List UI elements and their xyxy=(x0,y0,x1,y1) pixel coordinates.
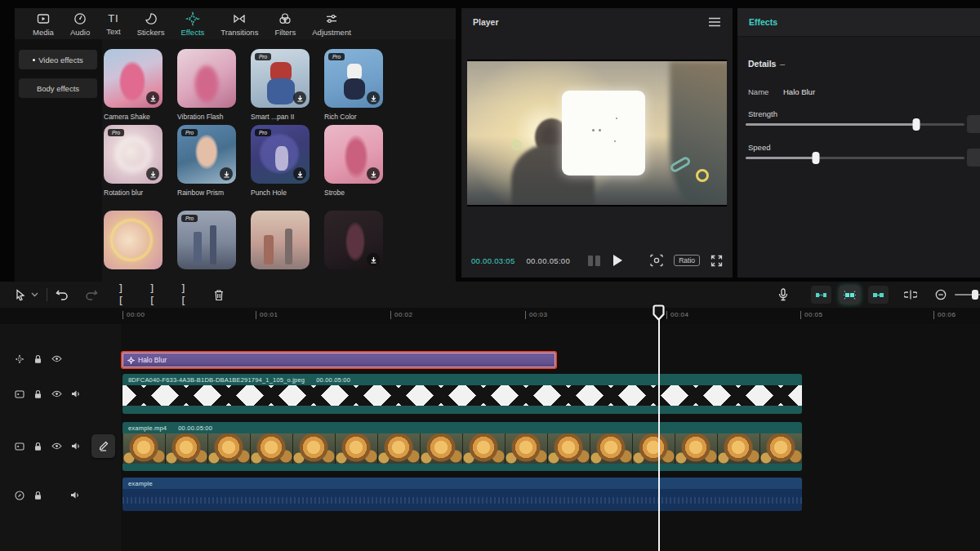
effect-card-rotation-blur[interactable]: Pro Rotation blur xyxy=(104,125,163,197)
effect-card-camera-shake[interactable]: Camera Shake xyxy=(104,49,163,121)
hide-track-icon[interactable] xyxy=(51,441,62,451)
image-clip-duration: 00.00.05:00 xyxy=(316,376,350,384)
player-menu-icon[interactable] xyxy=(708,17,721,27)
speed-slider[interactable] xyxy=(746,157,964,159)
pause-icon[interactable] xyxy=(588,256,600,266)
tab-adjustment[interactable]: Adjustment xyxy=(304,11,359,37)
auto-snap-button[interactable] xyxy=(840,286,860,304)
delete-button[interactable] xyxy=(213,289,225,301)
timeline-zoom-knob[interactable] xyxy=(972,290,978,300)
effect-card[interactable] xyxy=(251,211,310,274)
details-panel-header: Effects xyxy=(737,8,980,37)
linking-button[interactable] xyxy=(868,286,889,304)
ruler-tick: 00:05 xyxy=(800,311,823,319)
delete-right-button[interactable]: ][ xyxy=(180,282,194,307)
effect-clip-halo-blur[interactable]: Halo Blur xyxy=(121,351,557,369)
audio-clip-header: example xyxy=(122,478,802,489)
effect-name: Punch Hole xyxy=(251,189,310,197)
download-icon[interactable] xyxy=(146,167,159,180)
effects-category-sidebar: Video effects Body effects xyxy=(15,39,102,282)
tab-effects[interactable]: Effects xyxy=(172,11,212,37)
collapse-toggle[interactable]: – xyxy=(780,59,785,69)
effect-thumbnail: Pro xyxy=(177,125,236,184)
sidebar-item-label: Video effects xyxy=(38,56,83,64)
strength-slider-knob[interactable] xyxy=(913,118,920,131)
toolbar-divider xyxy=(47,288,47,301)
download-icon[interactable] xyxy=(293,167,306,180)
tab-text[interactable]: TI Text xyxy=(98,12,128,36)
download-icon[interactable] xyxy=(220,167,233,180)
strength-slider[interactable] xyxy=(746,123,964,126)
effect-name: Smart ...pan II xyxy=(251,113,310,121)
effect-card-vibration-flash[interactable]: Vibration Flash xyxy=(177,49,236,121)
main-track-magnet-button[interactable] xyxy=(811,286,831,304)
effect-card[interactable] xyxy=(104,211,163,274)
mute-track-icon[interactable] xyxy=(69,490,80,500)
audio-clip[interactable]: example xyxy=(122,478,802,511)
lock-icon[interactable] xyxy=(33,441,43,451)
image-clip-header: 8DFCA040-F633-4A3B-B1DB-DBA1BE291794_1_1… xyxy=(122,374,802,385)
tab-transitions[interactable]: Transitions xyxy=(212,11,266,37)
chevron-down-icon xyxy=(31,292,38,297)
tab-filters[interactable]: Filters xyxy=(266,11,304,37)
playhead-handle[interactable] xyxy=(653,304,665,321)
sidebar-item-body-effects[interactable]: Body effects xyxy=(19,78,97,98)
delete-left-button[interactable]: ][ xyxy=(149,282,162,307)
sidebar-item-video-effects[interactable]: Video effects xyxy=(19,50,97,69)
edit-cover-button[interactable] xyxy=(91,434,115,458)
play-button[interactable] xyxy=(613,255,622,266)
video-preview[interactable] xyxy=(467,60,727,207)
download-icon[interactable] xyxy=(367,91,380,104)
timeline-toolbar: ][ ][ ][ xyxy=(0,282,980,308)
effect-card-punch-hole[interactable]: Pro Punch Hole xyxy=(251,125,310,197)
voiceover-button[interactable] xyxy=(778,288,788,301)
mute-track-icon[interactable] xyxy=(70,441,81,451)
preview-axis-button[interactable] xyxy=(904,290,917,300)
download-icon[interactable] xyxy=(367,167,380,180)
video-clip[interactable]: example.mp4 00.00.05:00 xyxy=(122,422,802,471)
tab-stickers[interactable]: Stickers xyxy=(129,11,173,37)
scene-shape xyxy=(696,169,709,182)
lock-icon[interactable] xyxy=(33,353,43,364)
select-tool-dropdown[interactable] xyxy=(31,292,38,297)
speed-slider-knob[interactable] xyxy=(812,152,819,164)
effect-card-rich-color[interactable]: Pro Rich Color xyxy=(324,49,383,121)
effect-thumbnail xyxy=(324,125,383,184)
ratio-button[interactable]: Ratio xyxy=(674,255,700,266)
playhead-line[interactable] xyxy=(658,308,660,551)
effect-card-strobe[interactable]: Strobe xyxy=(324,125,383,197)
effect-card-smart-pan[interactable]: Pro Smart ...pan II xyxy=(251,49,310,121)
lock-icon[interactable] xyxy=(33,389,43,399)
image-clip[interactable]: 8DFCA040-F633-4A3B-B1DB-DBA1BE291794_1_1… xyxy=(122,374,802,414)
ruler-tick: 00:01 xyxy=(256,311,278,319)
strength-value-box[interactable] xyxy=(967,115,980,133)
hide-track-icon[interactable] xyxy=(51,353,62,364)
redo-button[interactable] xyxy=(85,289,98,300)
effect-card[interactable]: Pro xyxy=(177,211,236,274)
effect-card-rainbow-prism[interactable]: Pro Rainbow Prism xyxy=(177,125,236,197)
effect-card[interactable] xyxy=(324,211,383,274)
timeline-zoom-out-button[interactable] xyxy=(935,289,947,300)
timeline-ruler[interactable]: 00:00 00:01 00:02 00:03 00:04 00:05 00:0… xyxy=(0,308,980,324)
mute-track-icon[interactable] xyxy=(70,389,81,399)
speed-value-box[interactable] xyxy=(967,149,980,167)
tab-audio[interactable]: Audio xyxy=(62,11,98,37)
lock-icon[interactable] xyxy=(33,490,43,500)
select-tool-button[interactable] xyxy=(15,289,26,301)
download-icon[interactable] xyxy=(293,91,306,104)
split-clip-button[interactable]: ][ xyxy=(118,282,131,307)
undo-button[interactable] xyxy=(56,289,69,300)
speed-label: Speed xyxy=(748,143,770,152)
tab-media[interactable]: Media xyxy=(24,11,62,37)
video-frame xyxy=(467,61,727,205)
player-panel: Player 00.00.03:05 00.00.05:00 xyxy=(461,8,733,278)
hide-track-icon[interactable] xyxy=(51,389,62,399)
focus-icon[interactable] xyxy=(650,254,663,267)
effect-thumbnail xyxy=(251,211,310,269)
tab-label: Transitions xyxy=(220,28,258,37)
fullscreen-icon[interactable] xyxy=(710,255,723,267)
download-icon[interactable] xyxy=(146,91,159,104)
current-time: 00.00.03:05 xyxy=(471,256,515,265)
download-icon[interactable] xyxy=(367,253,380,266)
timeline-zoom-slider[interactable] xyxy=(955,289,980,300)
